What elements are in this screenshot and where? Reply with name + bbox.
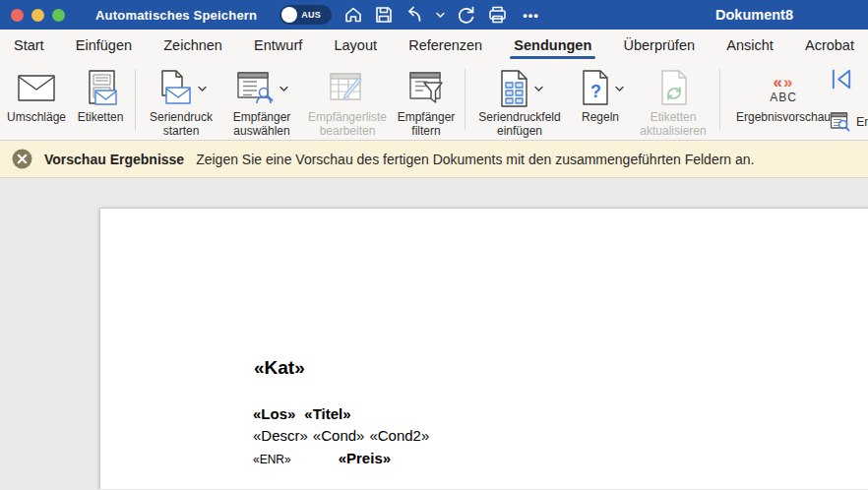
merge-field-line-3: «ENR» «Preis» (253, 450, 391, 466)
merge-field-cond2[interactable]: «Cond2» (369, 427, 429, 444)
home-icon[interactable] (343, 5, 363, 25)
svg-text:?: ? (590, 82, 601, 101)
fullscreen-window-button[interactable] (52, 9, 65, 22)
ribbon-group-divider (719, 69, 720, 130)
filter-recipients-icon (407, 71, 445, 106)
status-x-circle-icon (12, 149, 32, 169)
envelope-icon (18, 75, 55, 101)
merge-field-preis[interactable]: «Preis» (339, 450, 391, 466)
etiketten-aktualisieren-button: Etiketten aktualisieren (632, 63, 714, 138)
start-mail-merge-icon (156, 70, 194, 106)
message-bar-text: Zeigen Sie eine Vorschau des fertigen Do… (196, 152, 754, 167)
autosave-label: Automatisches Speichern (95, 8, 257, 23)
tab-sendungen[interactable]: Sendungen (512, 33, 593, 57)
previous-record-icon[interactable] (864, 66, 868, 92)
rules-icon: ? (578, 70, 611, 107)
merge-field-los[interactable]: «Los» (253, 405, 295, 422)
titlebar: Automatisches Speichern AUS ••• Dokument… (0, 0, 868, 30)
insert-merge-field-icon (497, 70, 530, 107)
update-labels-icon (656, 70, 690, 107)
dropdown-chevron-icon (615, 86, 624, 92)
record-navigation-cluster: Em (830, 66, 868, 92)
merge-field-kat[interactable]: «Kat» (254, 357, 305, 379)
tab-acrobat[interactable]: Acrobat (803, 33, 856, 57)
tab-ansicht[interactable]: Ansicht (724, 33, 775, 57)
quick-access-toolbar: ••• (343, 5, 539, 25)
preview-results-message-bar: Vorschau Ergebnisse Zeigen Sie eine Vors… (0, 141, 868, 178)
tab-start[interactable]: Start (12, 33, 46, 57)
close-window-button[interactable] (11, 9, 24, 22)
dropdown-chevron-icon (279, 86, 288, 92)
minimize-window-button[interactable] (31, 9, 44, 22)
merge-field-line-1: «Los» «Titel» (253, 405, 351, 422)
umschlaege-button[interactable]: Umschläge (2, 63, 71, 138)
etiketten-button[interactable]: Etiketten (71, 63, 130, 138)
print-icon[interactable] (487, 5, 508, 25)
message-bar-title: Vorschau Ergebnisse (44, 152, 184, 167)
empfaenger-filtern-button[interactable]: Empfänger filtern (393, 63, 460, 138)
more-commands-icon[interactable]: ••• (523, 8, 539, 23)
empfaenger-auswaehlen-button[interactable]: Empfänger auswählen (221, 63, 302, 138)
empfaengerliste-bearbeiten-button: Empfängerliste bearbeiten (302, 63, 393, 138)
ribbon-sendungen: Umschläge Etiketten (0, 60, 868, 141)
toggle-knob-icon (281, 7, 297, 23)
find-recipient-label-partial: Em (856, 115, 868, 129)
window-controls (0, 9, 65, 22)
document-canvas: «Kat» «Los» «Titel» «Descr» «Cond» «Cond… (0, 178, 868, 489)
ergebnisvorschau-button[interactable]: «» ABC Ergebnisvorschau (725, 63, 841, 138)
word-window: Automatisches Speichern AUS ••• Dokument… (0, 0, 868, 490)
seriendruckfeld-einfuegen-button[interactable]: Seriendruckfeld einfügen (470, 63, 569, 138)
tab-referenzen[interactable]: Referenzen (406, 33, 484, 57)
document-page[interactable]: «Kat» «Los» «Titel» «Descr» «Cond» «Cond… (99, 208, 868, 489)
find-recipient-button[interactable]: Em (830, 111, 868, 133)
save-icon[interactable] (374, 5, 394, 25)
merge-field-cond[interactable]: «Cond» (313, 427, 365, 444)
merge-field-enr[interactable]: «ENR» (253, 453, 291, 466)
ribbon-tab-bar: Start Einfügen Zeichnen Entwurf Layout R… (0, 30, 868, 60)
tab-einfuegen[interactable]: Einfügen (74, 33, 134, 57)
merge-field-titel[interactable]: «Titel» (304, 405, 350, 422)
tab-ueberpruefen[interactable]: Überprüfen (621, 33, 697, 57)
seriendruck-starten-button[interactable]: Seriendruck starten (141, 63, 221, 138)
merge-field-line-2: «Descr» «Cond» «Cond2» (253, 427, 429, 444)
merge-field-descr[interactable]: «Descr» (253, 427, 308, 444)
tab-entwurf[interactable]: Entwurf (252, 33, 304, 57)
dropdown-chevron-icon (198, 86, 207, 92)
ribbon-group-divider (465, 69, 465, 130)
preview-results-icon: «» ABC (770, 74, 797, 103)
ribbon-group-divider (135, 69, 136, 130)
undo-dropdown-chevron-icon[interactable] (436, 12, 445, 18)
find-recipient-icon (830, 111, 851, 133)
tab-zeichnen[interactable]: Zeichnen (161, 33, 224, 57)
document-title: Dokument8 (715, 0, 793, 30)
select-recipients-icon (236, 71, 276, 106)
undo-icon[interactable] (404, 5, 425, 25)
autosave-toggle[interactable]: AUS (279, 5, 332, 25)
first-record-icon[interactable] (830, 66, 854, 92)
tab-layout[interactable]: Layout (332, 33, 379, 57)
regeln-button[interactable]: ? Regeln (569, 63, 632, 138)
dropdown-chevron-icon (534, 86, 543, 92)
autosave-state: AUS (301, 10, 321, 20)
edit-recipient-list-icon (328, 71, 367, 106)
labels-sheet-icon (83, 70, 118, 106)
redo-refresh-icon[interactable] (456, 5, 476, 25)
